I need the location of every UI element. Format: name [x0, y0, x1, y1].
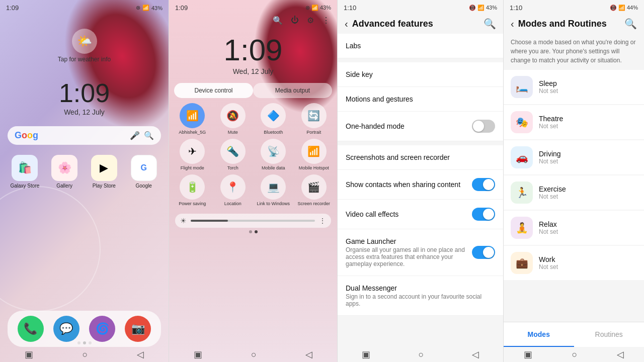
bluetooth-icon[interactable]: 🔷 [261, 103, 286, 128]
adv-nav-back[interactable]: ◁ [472, 349, 479, 360]
qs-nav-bar: ▣ ○ ◁ [169, 347, 337, 362]
gamelauncher-toggle[interactable] [472, 246, 495, 259]
qs-nav-back[interactable]: ◁ [305, 349, 312, 360]
galaxy-store-label: Galaxy Store [10, 183, 39, 189]
power-saving-icon[interactable]: 🔋 [180, 174, 205, 200]
work-mode-icon: 💼 [511, 252, 533, 274]
app-gallery[interactable]: 🌸 Gallery [47, 155, 82, 189]
qs-clock-time: 1:09 [169, 33, 337, 67]
qs-more-icon[interactable]: ⋮ [322, 16, 330, 25]
wifi-icon[interactable]: 📶 [180, 103, 205, 128]
nav-home-icon[interactable]: ○ [83, 349, 88, 360]
brightness-row[interactable]: ☀ ⋮ [175, 214, 331, 228]
modes-tab-routines[interactable]: Routines [574, 322, 645, 347]
bg-circle-decoration [0, 186, 101, 312]
videocall-toggle-knob [483, 209, 494, 220]
qs-nav-home[interactable]: ○ [251, 349, 257, 360]
qs-flight[interactable]: ✈ Flight mode [174, 139, 211, 170]
modes-nav-back[interactable]: ◁ [617, 349, 624, 360]
adv-back-button[interactable]: ‹ [345, 18, 348, 30]
adv-videocall-item[interactable]: Video call effects [338, 200, 503, 229]
contacts-toggle[interactable] [472, 178, 495, 191]
qs-nav-recent[interactable]: ▣ [194, 349, 202, 360]
portrait-icon[interactable]: 🔄 [301, 103, 327, 128]
location-icon[interactable]: 📍 [220, 174, 246, 200]
relax-mode-status: Not set [539, 228, 637, 235]
qs-link-windows[interactable]: 💻 Link to Windows [255, 174, 292, 206]
modes-back-button[interactable]: ‹ [511, 18, 514, 30]
link-windows-icon[interactable]: 💻 [261, 174, 286, 200]
media-output-tab[interactable]: Media output [253, 83, 332, 98]
modes-nav-recent[interactable]: ▣ [524, 349, 532, 360]
modes-nav-home[interactable]: ○ [572, 349, 578, 360]
app-galaxy-store[interactable]: 🛍️ Galaxy Store [8, 155, 42, 189]
brightness-more-icon[interactable]: ⋮ [319, 217, 326, 225]
mode-driving[interactable]: 🚗 Driving Not set [504, 140, 644, 174]
weather-widget[interactable]: 🌤️ Tap for weather info [0, 14, 169, 68]
nav-recent-icon[interactable]: ▣ [25, 349, 33, 360]
adv-screenshots-item[interactable]: Screenshots and screen recorder [338, 145, 503, 170]
adv-labs-item[interactable]: Labs [338, 34, 503, 58]
flight-icon[interactable]: ✈ [180, 139, 205, 164]
mobile-data-icon[interactable]: 📡 [261, 139, 286, 164]
app3-icon[interactable]: 🌀 [89, 316, 115, 342]
qs-mute[interactable]: 🔕 Mute [215, 103, 252, 135]
qs-wifi[interactable]: 📶 Abhishek_5G [174, 103, 211, 135]
mode-relax[interactable]: 🧘 Relax Not set [504, 211, 644, 245]
adv-nav-home[interactable]: ○ [419, 349, 424, 360]
weather-tap-text[interactable]: Tap for weather info [58, 56, 111, 63]
modes-search-button[interactable]: 🔍 [624, 18, 637, 30]
torch-icon[interactable]: 🔦 [220, 139, 246, 164]
mode-exercise[interactable]: 🏃 Exercise Not set [504, 175, 644, 210]
onehanded-toggle[interactable] [472, 120, 495, 133]
galaxy-store-icon[interactable]: 🛍️ [12, 155, 38, 181]
qs-settings-icon[interactable]: ⚙ [307, 16, 314, 25]
mic-icon[interactable]: 🎤 [130, 131, 140, 140]
mute-icon[interactable]: 🔕 [220, 103, 246, 128]
device-control-tab[interactable]: Device control [174, 83, 253, 98]
qs-torch[interactable]: 🔦 Torch [215, 139, 252, 170]
screen-recorder-icon[interactable]: 🎬 [301, 174, 327, 200]
qs-hotspot[interactable]: 📶 Mobile Hotspot [296, 139, 333, 170]
brightness-bar[interactable] [191, 220, 315, 222]
gallery-icon[interactable]: 🌸 [51, 155, 77, 181]
adv-motions-item[interactable]: Motions and gestures [338, 87, 503, 112]
google-icon[interactable]: G [131, 155, 157, 181]
qs-search-icon[interactable]: 🔍 [273, 16, 283, 25]
gamelauncher-sub: Organise all your games all in one place… [346, 246, 468, 267]
modes-tab-modes[interactable]: Modes [504, 322, 574, 347]
play-store-icon[interactable]: ▶ [91, 155, 117, 181]
dock-messages[interactable]: 💬 [48, 316, 84, 342]
videocall-toggle[interactable] [472, 208, 495, 221]
app-google[interactable]: G Google [126, 155, 161, 189]
messages-icon[interactable]: 💬 [53, 316, 79, 342]
adv-dualmessenger-item[interactable]: Dual Messenger Sign in to a second accou… [338, 276, 503, 316]
camera-icon[interactable]: 📷 [125, 316, 151, 342]
qs-location[interactable]: 📍 Location [215, 174, 252, 206]
nav-back-icon[interactable]: ◁ [137, 349, 144, 360]
qs-bluetooth[interactable]: 🔷 Bluetooth [255, 103, 292, 135]
mode-theatre[interactable]: 🎭 Theatre Not set [504, 105, 644, 139]
qs-portrait[interactable]: 🔄 Portrait [296, 103, 333, 135]
qs-mobile-data[interactable]: 📡 Mobile data [255, 139, 292, 170]
weather-icon[interactable]: 🌤️ [72, 29, 97, 54]
search-bar[interactable]: Goog 🎤 🔍 [8, 126, 161, 145]
adv-contacts-item[interactable]: Show contacts when sharing content [338, 170, 503, 200]
qs-power-icon[interactable]: ⏻ [291, 16, 299, 25]
adv-onehanded-item[interactable]: One-handed mode [338, 112, 503, 141]
adv-search-button[interactable]: 🔍 [484, 18, 496, 30]
adv-gamelauncher-item[interactable]: Game Launcher Organise all your games al… [338, 229, 503, 276]
app-play-store[interactable]: ▶ Play Store [87, 155, 122, 189]
adv-nav-recent[interactable]: ▣ [362, 349, 370, 360]
phone-icon[interactable]: 📞 [18, 316, 44, 342]
qs-power-saving[interactable]: 🔋 Power saving [174, 174, 211, 206]
mode-work[interactable]: 💼 Work Not set [504, 246, 644, 280]
dock-phone[interactable]: 📞 [13, 316, 48, 342]
mode-sleep[interactable]: 🛏️ Sleep Not set [504, 70, 644, 104]
adv-side-key-item[interactable]: Side key [338, 62, 503, 87]
dock-app3[interactable]: 🌀 [85, 316, 120, 342]
dock-camera[interactable]: 📷 [120, 316, 156, 342]
qs-screen-recorder[interactable]: 🎬 Screen recorder [296, 174, 333, 206]
hotspot-icon[interactable]: 📶 [301, 139, 327, 164]
lens-icon[interactable]: 🔍 [144, 131, 154, 140]
